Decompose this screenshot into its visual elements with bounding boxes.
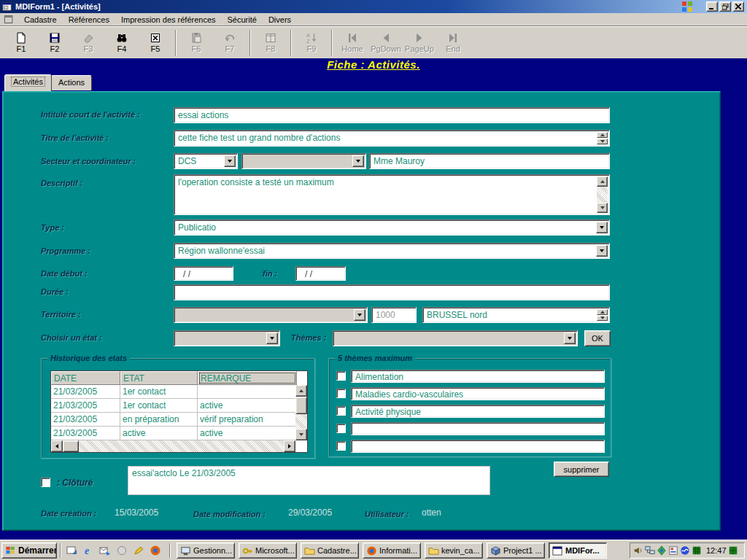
volume-icon[interactable] [633, 545, 643, 556]
screen-grid-icon[interactable] [692, 545, 702, 556]
show-desktop-icon[interactable] [66, 545, 77, 556]
outlook-mail-icon[interactable] [99, 545, 111, 556]
table-row[interactable]: 21/03/2005 active active [51, 427, 307, 440]
delete-button[interactable]: F5 [139, 28, 172, 58]
tab-activites[interactable]: Activités [4, 74, 52, 91]
programme-combobox[interactable]: Région wallonne'essai [174, 243, 610, 259]
display-settings-icon[interactable] [668, 545, 678, 556]
chevron-down-icon[interactable] [564, 332, 576, 344]
erase-button: F3 [71, 28, 105, 58]
grid-header-date[interactable]: DATE [51, 371, 120, 385]
minimize-button[interactable] [706, 1, 718, 12]
grid-horizontal-scrollbar[interactable] [51, 440, 295, 452]
task-mdiform-active[interactable]: MDIFor... [549, 542, 607, 559]
task-cadastre[interactable]: Cadastre... [301, 542, 359, 559]
chevron-down-icon[interactable] [596, 222, 608, 233]
theme-checkbox-3[interactable] [336, 406, 346, 416]
new-button[interactable]: F1 [4, 28, 38, 58]
chevron-down-icon[interactable] [266, 332, 278, 344]
tab-actions[interactable]: Actions [51, 75, 92, 90]
theme-checkbox-4[interactable] [336, 424, 346, 433]
windows-logo-icon [681, 1, 693, 12]
table-row[interactable]: 21/03/2005 1er contact [51, 385, 307, 399]
descriptif-textarea[interactable]: l'operation consiste a testé un maximum [174, 174, 610, 215]
titre-spinner[interactable] [597, 132, 608, 144]
historique-grid[interactable]: DATE ETAT REMARQUE 21/03/2005 1er contac… [50, 370, 308, 453]
diamond-icon[interactable] [657, 545, 667, 556]
theme-input-4[interactable] [351, 422, 605, 435]
save-button[interactable]: F2 [38, 28, 71, 58]
secteur-combobox[interactable]: DCS [174, 153, 238, 169]
type-combobox[interactable]: Publicatio [174, 219, 610, 236]
task-gestionnaire[interactable]: Gestionn... [177, 542, 235, 559]
menu-securite[interactable]: Sécurité [222, 14, 263, 26]
supprimer-button[interactable]: supprimer [554, 462, 609, 477]
descriptif-scrollbar[interactable] [597, 176, 608, 213]
territoire-spinner[interactable] [597, 309, 608, 321]
ok-button[interactable]: OK [584, 330, 611, 346]
theme-input-5[interactable] [351, 440, 605, 453]
delete-icon [150, 32, 161, 44]
table-row[interactable]: 21/03/2005 en préparation vérif preparat… [51, 413, 307, 427]
close-button[interactable] [732, 1, 744, 12]
duree-input[interactable] [174, 284, 610, 300]
chevron-down-icon[interactable] [352, 155, 364, 167]
theme-input-3[interactable]: Activité physique [351, 405, 605, 418]
green-monitor-icon[interactable] [728, 545, 738, 556]
date-fin-input[interactable]: / / [295, 266, 346, 281]
network-icon[interactable] [645, 545, 655, 556]
themes-combobox[interactable] [333, 330, 578, 346]
nav-prev-button: PgDown [369, 28, 403, 58]
gray-circle-icon[interactable] [116, 545, 128, 556]
chevron-down-icon[interactable] [224, 155, 236, 167]
territoire-code-input[interactable]: 1000 [371, 307, 417, 323]
cloture-note-textarea[interactable]: essai'actclo Le 21/03/2005 [128, 466, 490, 495]
grid-header-remarque[interactable]: REMARQUE [198, 371, 297, 385]
intitule-input[interactable]: essai actions [174, 107, 610, 123]
date-debut-input[interactable]: / / [174, 266, 233, 281]
firefox-icon[interactable] [150, 545, 161, 556]
find-button[interactable]: F4 [105, 28, 139, 58]
child-window-icon[interactable] [4, 15, 14, 24]
coordinateur-combobox[interactable] [241, 153, 366, 169]
grid-vertical-scrollbar[interactable] [295, 385, 307, 440]
menu-divers[interactable]: Divers [263, 14, 297, 26]
restore-button[interactable] [719, 1, 731, 12]
theme-input-2[interactable]: Maladies cardio-vasculaires [351, 387, 605, 400]
theme-input-1[interactable]: Alimentation [351, 370, 605, 383]
task-microsoft[interactable]: Microsoft... [239, 542, 297, 559]
themes-label: Thèmes : [291, 333, 326, 342]
themes-groupbox: 5 thèmes maximum Alimentation Maladies c… [328, 358, 611, 457]
pen-icon[interactable] [133, 545, 144, 556]
territoire-nom-input[interactable]: BRUSSEL nord [422, 307, 610, 323]
audio-wave-icon[interactable] [680, 545, 690, 556]
task-kevin-ca[interactable]: kevin_ca... [425, 542, 483, 559]
eraser-icon [82, 32, 94, 44]
theme-checkbox-5[interactable] [336, 441, 346, 451]
sort-button: AZ F9 [295, 28, 328, 58]
taskbar-separator [169, 543, 171, 558]
etat-combobox[interactable] [174, 330, 280, 346]
etat-label: Choisir un état : [41, 333, 102, 342]
grid-header-etat[interactable]: ETAT [120, 371, 198, 385]
titre-input[interactable]: cette fiche test un grand nombre d'actio… [174, 130, 610, 147]
theme-checkbox-2[interactable] [336, 389, 346, 398]
start-button[interactable]: Démarrer [1, 542, 57, 559]
menu-cadastre[interactable]: Cadastre [18, 14, 63, 26]
territoire-combobox[interactable] [174, 307, 368, 323]
menu-references[interactable]: Références [63, 14, 115, 26]
theme-checkbox-1[interactable] [336, 371, 346, 381]
table-row[interactable]: 21/03/2005 1er contact active [51, 399, 307, 413]
title-bar: MDIForm1 - [Activités] [0, 0, 747, 13]
computer-icon [180, 545, 191, 556]
internet-explorer-icon[interactable]: e [82, 545, 94, 556]
cloture-checkbox[interactable] [41, 478, 50, 487]
chevron-down-icon[interactable] [596, 245, 608, 257]
coordinateur-nom-input[interactable]: Mme Mauroy [369, 153, 610, 169]
clock[interactable]: 12:47 [706, 546, 727, 555]
task-information[interactable]: Informati... [363, 542, 421, 559]
chevron-down-icon[interactable] [354, 309, 365, 321]
date-modification-label: Date modification : [193, 510, 266, 518]
task-project1[interactable]: Project1 ... [487, 542, 545, 559]
menu-impression[interactable]: Impression des références [115, 14, 222, 26]
